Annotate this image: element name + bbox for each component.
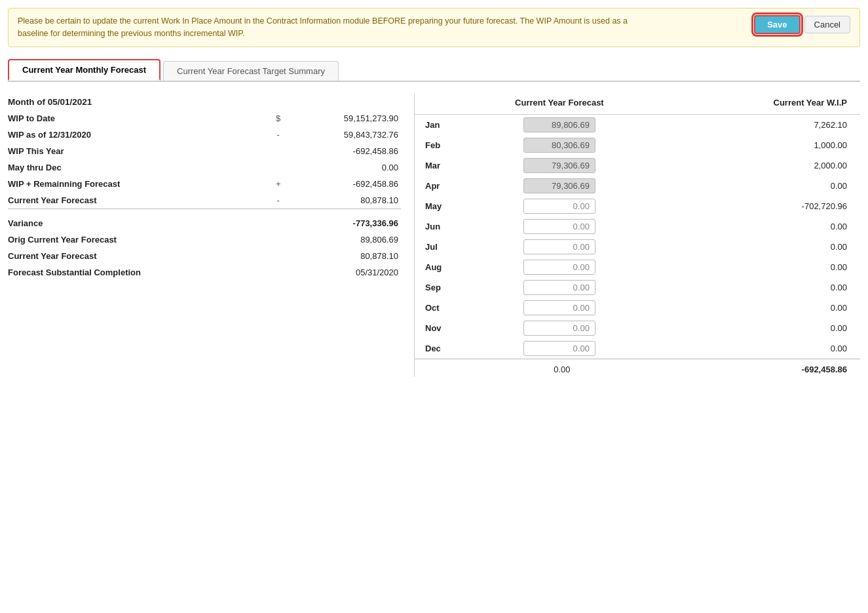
row-value-may-thru-dec: 0.00 <box>285 159 401 176</box>
month-forecast-input[interactable] <box>523 158 595 173</box>
month-name: Nov <box>415 318 454 338</box>
divider-row <box>8 208 401 215</box>
month-wip-value: 0.00 <box>665 277 860 298</box>
month-name: Dec <box>415 338 454 359</box>
month-name: Oct <box>415 298 454 318</box>
table-row: Current Year Forecast 80,878.10 <box>8 248 401 264</box>
month-name: Jan <box>415 114 454 135</box>
table-row: WIP to Date $ 59,151,273.90 <box>8 110 401 127</box>
month-forecast-cell <box>454 257 665 277</box>
row-label-wip-as-of: WIP as of 12/31/2020 <box>8 127 272 143</box>
row-symbol-wip-remaining: + <box>272 176 285 192</box>
month-wip-value: 1,000.00 <box>665 135 860 155</box>
footer-row: 0.00-692,458.86 <box>415 359 860 377</box>
row-label-may-thru-dec: May thru Dec <box>8 159 272 176</box>
row-label-forecast-completion: Forecast Substantial Completion <box>8 264 272 281</box>
table-row: Orig Current Year Forecast 89,806.69 <box>8 231 401 248</box>
month-wip-value: 0.00 <box>665 298 860 318</box>
variance-value: -773,336.96 <box>285 215 401 231</box>
month-name: Aug <box>415 257 454 277</box>
month-forecast-cell <box>454 237 665 257</box>
table-row: WIP This Year -692,458.86 <box>8 143 401 159</box>
month-forecast-input[interactable] <box>523 260 595 275</box>
row-label-wip-to-date: WIP to Date <box>8 110 272 127</box>
month-forecast-cell <box>454 135 665 155</box>
footer-wip-value: -692,458.86 <box>665 359 860 377</box>
month-forecast-cell <box>454 155 665 176</box>
month-forecast-cell <box>454 216 665 237</box>
month-forecast-cell <box>454 277 665 298</box>
cancel-button[interactable]: Cancel <box>804 16 850 33</box>
table-header-row: Current Year Forecast Current Year W.I.P <box>415 94 860 115</box>
left-panel: Month of 05/01/2021 WIP to Date $ 59,151… <box>8 94 414 377</box>
tab-target-summary[interactable]: Current Year Forecast Target Summary <box>163 61 339 81</box>
header-buttons: Save Cancel <box>754 15 850 34</box>
month-wip-value: 0.00 <box>665 338 860 359</box>
month-forecast-input[interactable] <box>523 178 595 193</box>
month-forecast-input[interactable] <box>523 219 595 234</box>
month-row: Oct0.00 <box>415 298 860 318</box>
save-button[interactable]: Save <box>754 15 800 34</box>
month-forecast-input[interactable] <box>523 280 595 295</box>
tab-bar: Current Year Monthly Forecast Current Ye… <box>8 59 860 82</box>
month-forecast-input[interactable] <box>523 300 595 315</box>
month-name: Apr <box>415 176 454 196</box>
footer-forecast-label: 0.00 <box>454 359 665 377</box>
month-forecast-input[interactable] <box>523 321 595 336</box>
warning-banner: Please be certain to update the current … <box>8 8 860 47</box>
month-wip-value: 0.00 <box>665 237 860 257</box>
variance-row: Variance -773,336.96 <box>8 215 401 231</box>
table-row: Current Year Forecast - 80,878.10 <box>8 192 401 209</box>
month-row: Dec0.00 <box>415 338 860 359</box>
month-row: Apr0.00 <box>415 176 860 196</box>
tab-monthly-forecast[interactable]: Current Year Monthly Forecast <box>8 59 160 81</box>
month-name: Jun <box>415 216 454 237</box>
table-row: Forecast Substantial Completion 05/31/20… <box>8 264 401 281</box>
month-forecast-input[interactable] <box>523 199 595 214</box>
row-value-wip-to-date: 59,151,273.90 <box>285 110 401 127</box>
right-panel: Current Year Forecast Current Year W.I.P… <box>414 94 860 377</box>
row-label-wip-remaining: WIP + Remainning Forecast <box>8 176 272 192</box>
row-value-wip-remaining: -692,458.86 <box>285 176 401 192</box>
month-wip-value: 0.00 <box>665 318 860 338</box>
variance-label: Variance <box>8 215 272 231</box>
month-wip-value: 0.00 <box>665 257 860 277</box>
month-forecast-cell <box>454 196 665 216</box>
month-header-row: Month of 05/01/2021 <box>8 94 401 110</box>
table-row: WIP as of 12/31/2020 - 59,843,732.76 <box>8 127 401 143</box>
month-row: Feb1,000.00 <box>415 135 860 155</box>
monthly-table: Current Year Forecast Current Year W.I.P… <box>415 94 860 377</box>
month-forecast-input[interactable] <box>523 341 595 356</box>
month-name: Feb <box>415 135 454 155</box>
row-label-wip-this-year: WIP This Year <box>8 143 272 159</box>
month-name: May <box>415 196 454 216</box>
col-wip-header: Current Year W.I.P <box>665 94 860 115</box>
col-forecast-header: Current Year Forecast <box>454 94 665 115</box>
month-forecast-cell <box>454 114 665 135</box>
month-wip-value: 0.00 <box>665 176 860 196</box>
row-value-forecast-completion: 05/31/2020 <box>285 264 401 281</box>
month-row: Jul0.00 <box>415 237 860 257</box>
row-value-orig-cy-forecast: 89,806.69 <box>285 231 401 248</box>
row-symbol-wip-to-date: $ <box>272 110 285 127</box>
row-label-cy-forecast: Current Year Forecast <box>8 192 272 209</box>
month-wip-value: 7,262.10 <box>665 114 860 135</box>
col-month-header <box>415 94 454 115</box>
month-forecast-input[interactable] <box>523 117 595 132</box>
month-row: May-702,720.96 <box>415 196 860 216</box>
month-forecast-input[interactable] <box>523 138 595 153</box>
row-label-cy-forecast-2: Current Year Forecast <box>8 248 272 264</box>
row-value-cy-forecast: 80,878.10 <box>285 192 401 209</box>
row-value-cy-forecast-2: 80,878.10 <box>285 248 401 264</box>
month-forecast-cell <box>454 298 665 318</box>
row-value-wip-this-year: -692,458.86 <box>285 143 401 159</box>
main-content: Month of 05/01/2021 WIP to Date $ 59,151… <box>8 94 860 377</box>
month-forecast-input[interactable] <box>523 239 595 254</box>
month-row: Aug0.00 <box>415 257 860 277</box>
row-value-wip-as-of: 59,843,732.76 <box>285 127 401 143</box>
month-row: Mar2,000.00 <box>415 155 860 176</box>
month-wip-value: 2,000.00 <box>665 155 860 176</box>
row-symbol-wip-as-of: - <box>272 127 285 143</box>
row-symbol-cy-forecast: - <box>272 192 285 209</box>
month-header-label: Month of 05/01/2021 <box>8 94 272 110</box>
